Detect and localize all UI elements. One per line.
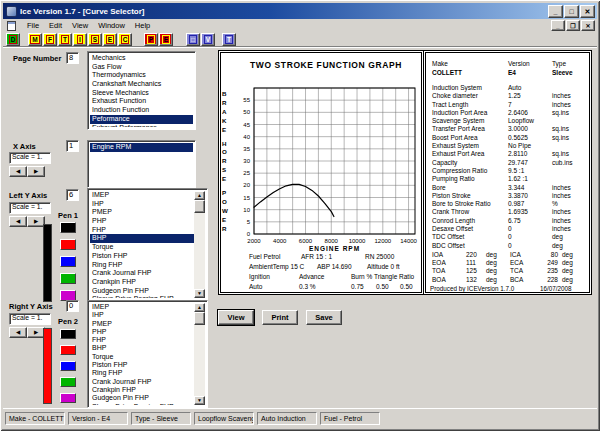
minimize-button[interactable]: _ [548,5,563,18]
toolbar-button[interactable]: V [201,33,215,46]
toolbar-button[interactable]: T [222,33,236,46]
pen-color-swatch[interactable] [60,222,76,233]
right-y-axis-list[interactable]: IMEPIHPPMEPPHPFHPBHPTorquePiston FHPRing… [87,300,208,408]
right-y-list-item[interactable]: IMEP [90,303,194,311]
toolbar-button[interactable]: I [73,33,87,46]
scroll-left-button[interactable]: ◀ [9,216,27,227]
toolbar-button[interactable]: □ [186,33,200,46]
menu-item[interactable]: Window [93,20,130,31]
scroll-left-button[interactable]: ◀ [9,327,27,338]
right-y-list-item[interactable]: PHP [90,328,194,336]
left-y-axis-value[interactable]: 6 [66,189,79,201]
left-y-list-item[interactable]: IHP [90,200,194,209]
child-minimize-button[interactable]: _ [551,20,565,31]
toolbar-button[interactable]: E [103,33,117,46]
right-y-list-item[interactable]: Piston FHP [90,361,194,369]
scrollbar-thumb[interactable] [194,312,205,325]
right-y-list-item[interactable]: Crankpin FHP [90,386,194,394]
left-y-list-item[interactable]: PMEP [90,208,194,217]
left-y-list-item[interactable]: Crankpin FHP [90,278,194,287]
left-y-list-item[interactable]: Gudgeon Pin FHP [90,287,194,296]
toolbar-button[interactable]: P [144,33,158,46]
pen-color-swatch[interactable] [60,239,76,250]
scroll-up-button[interactable]: ▲ [194,191,205,200]
page-list-item[interactable]: Peformance [90,115,193,124]
toolbar-button[interactable]: F [43,33,57,46]
pen-color-swatch[interactable] [60,273,76,284]
right-y-list-item[interactable]: Crank Journal FHP [90,378,194,386]
toolbar-button[interactable]: T [58,33,72,46]
svg-text:R: R [222,157,227,164]
title-bar: Ice Version 1.7 - [Curve Selector] _ □ ✕ [3,3,597,19]
page-number-value[interactable]: 8 [66,52,79,64]
right-y-axis-value[interactable]: 0 [66,300,79,312]
pen-color-swatch[interactable] [60,345,76,355]
page-list-item[interactable]: Gas Flow [90,63,193,72]
page-list-item[interactable]: Sleeve Mechanics [90,89,193,98]
page-list-item[interactable]: Exhaust Function [90,97,193,106]
left-y-list-item[interactable]: PHP [90,217,194,226]
left-y-scale-input[interactable]: Scale = 1. [9,202,51,214]
toolbar-button[interactable]: E [159,33,173,46]
page-list-item[interactable]: Thermodynamics [90,71,193,80]
left-y-list-item[interactable]: FHP [90,226,194,235]
view-button[interactable]: View [218,310,254,325]
left-y-list-item[interactable]: IMEP [90,191,194,200]
scroll-left-button[interactable]: ◀ [9,166,27,177]
pen-color-swatch[interactable] [60,377,76,387]
right-y-list-item[interactable]: PMEP [90,320,194,328]
pen-color-swatch[interactable] [60,361,76,371]
right-y-list-item[interactable]: Torque [90,353,194,361]
right-y-list-item[interactable]: Sleeve Drive Bearing FHP [90,403,194,405]
right-y-list-item[interactable]: IHP [90,311,194,319]
scrollbar[interactable]: ▲ ▼ [194,303,205,405]
print-button[interactable]: Print [262,310,298,325]
menu-item[interactable]: Edit [44,20,67,31]
right-y-list-item[interactable]: Gudgeon Pin FHP [90,394,194,402]
scrollbar[interactable]: ▲ ▼ [194,191,205,298]
pen-color-swatch[interactable] [60,256,76,267]
left-y-list-item[interactable]: Ring FHP [90,261,194,270]
right-y-list-item[interactable]: Ring FHP [90,369,194,377]
scroll-down-button[interactable]: ▼ [194,396,205,405]
maximize-button[interactable]: □ [564,5,579,18]
page-number-list[interactable]: MechanicsGas FlowThermodynamicsCrankshaf… [87,51,196,130]
toolbar-button[interactable]: C [118,33,132,46]
toolbar-button[interactable]: M [28,33,42,46]
left-y-list-item[interactable]: BHP [90,234,194,243]
page-list-item[interactable]: Induction Function [90,106,193,115]
data-row-unit: inches [552,217,571,225]
child-window-icon[interactable] [7,21,16,31]
left-y-list-item[interactable]: Crank Journal FHP [90,269,194,278]
scrollbar-thumb[interactable] [194,200,205,213]
right-y-list-item[interactable]: BHP [90,344,194,352]
left-y-list-item[interactable]: Sleeve Drive Bearing FHP [90,295,194,298]
x-axis-scale-input[interactable]: Scale = 1. [9,152,51,164]
toolbar-button[interactable]: S [88,33,102,46]
save-button[interactable]: Save [306,310,342,325]
scroll-down-button[interactable]: ▼ [194,289,205,298]
close-button[interactable]: ✕ [580,5,595,18]
x-axis-list[interactable]: Engine RPM [87,140,196,188]
menu-item[interactable]: File [22,20,44,31]
left-y-list-item[interactable]: Piston FHP [90,252,194,261]
left-y-list-item[interactable]: Torque [90,243,194,252]
left-y-axis-list[interactable]: IMEPIHPPMEPPHPFHPBHPTorquePiston FHPRing… [87,188,208,301]
open-angle-value: 111 [466,259,486,267]
child-close-button[interactable]: ✕ [581,20,595,31]
menu-item[interactable]: View [67,20,93,31]
scroll-up-button[interactable]: ▲ [194,303,205,312]
right-y-list-item[interactable]: FHP [90,336,194,344]
x-axis-list-item[interactable]: Engine RPM [90,143,193,152]
scroll-right-button[interactable]: ▶ [27,166,45,177]
child-restore-button[interactable]: ❐ [566,20,580,31]
page-list-item[interactable]: Mechanics [90,54,193,63]
page-list-item[interactable]: Crankshaft Mechanics [90,80,193,89]
page-list-item[interactable]: Exhaust Peformance [90,124,193,128]
right-y-scale-input[interactable]: Scale = 1. [9,313,51,325]
pen-color-swatch[interactable] [60,329,76,339]
menu-item[interactable]: Help [130,20,155,31]
x-axis-value[interactable]: 1 [66,140,79,152]
toolbar-button[interactable]: D [6,33,20,46]
pen-color-swatch[interactable] [60,393,76,403]
